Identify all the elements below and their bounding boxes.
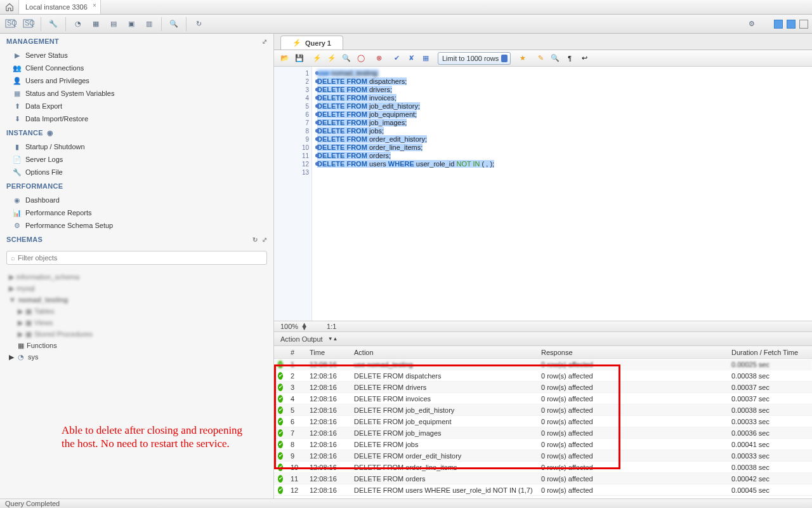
output-dropdown[interactable]: Action Output (280, 335, 323, 343)
nav-item[interactable]: 🔧Options File (0, 166, 273, 178)
panel-toggle-left[interactable] (774, 20, 783, 29)
output-row[interactable]: ✔ 1212:08:16 DELETE FROM users WHERE use… (274, 485, 812, 496)
annotation-text: Able to delete after closing and reopeni… (62, 424, 252, 451)
schema-child[interactable]: ▶▦Tables (0, 305, 273, 317)
nav-item[interactable]: ▦Status and System Variables (0, 87, 273, 100)
nav-item[interactable]: ▮Startup / Shutdown (0, 140, 273, 153)
schema-filter[interactable]: ⌕ (6, 251, 267, 265)
svg-text:SQL: SQL (7, 19, 16, 27)
editor-toolbar: 📂 💾 ⚡ ⚡ 🔍 ◯ ⊗ ✔ ✘ ▦ Limit to 1000 rows ★… (274, 50, 812, 67)
status-text: Query Completed (5, 500, 60, 507)
autocommit-icon[interactable]: ✔ (391, 53, 402, 64)
inspector-icon[interactable]: 🔧 (46, 17, 60, 31)
nav-item[interactable]: ◉Dashboard (0, 194, 273, 206)
output-row[interactable]: ✔ 312:08:16 DELETE FROM drivers0 row(s) … (274, 382, 812, 393)
status-ok-icon: ✔ (278, 486, 283, 494)
nav-icon: 🔧 (13, 168, 22, 177)
schema-child[interactable]: ▶▦Stored Procedures (0, 328, 273, 340)
output-row[interactable]: ✔ 212:08:16 DELETE FROM dispatchers0 row… (274, 370, 812, 382)
nav-item[interactable]: 📊Performance Reports (0, 206, 273, 219)
wrap-icon[interactable]: ↩ (579, 53, 590, 64)
schema-db[interactable]: ▶information_schema (0, 271, 273, 283)
nav-item[interactable]: ⬇Data Import/Restore (0, 112, 273, 125)
svg-text:SQL: SQL (25, 19, 34, 27)
beautify-icon[interactable]: ✎ (535, 53, 546, 64)
schema-db[interactable]: ▼nomad_testing (0, 294, 273, 305)
status-ok-icon: ✔ (278, 406, 283, 414)
settings-icon[interactable]: ⚙ (745, 17, 759, 31)
nav-item[interactable]: 👤Users and Privileges (0, 74, 273, 87)
schema-db[interactable]: ▶mysql (0, 283, 273, 294)
procedure-icon[interactable]: ▣ (124, 17, 138, 31)
open-file-icon[interactable]: 📂 (279, 53, 291, 64)
output-row[interactable]: ✔ 112:08:16 use nomad_testing0 row(s) af… (274, 359, 812, 370)
status-ok-icon: ✔ (278, 441, 283, 448)
sql-file-plus-icon[interactable]: SQL (22, 17, 36, 31)
action-output-table[interactable]: # Time Action Response Duration / Fetch … (274, 346, 812, 498)
nav-item[interactable]: ⬆Data Export (0, 100, 273, 112)
db-icon: ◔ (16, 352, 25, 361)
nav-icon: ▶ (13, 51, 22, 60)
panel-toggle-bottom[interactable] (787, 20, 796, 29)
schema-functions[interactable]: ▦Functions (0, 340, 273, 351)
nav-item[interactable]: ⚙Performance Schema Setup (0, 219, 273, 232)
sql-file-icon[interactable]: SQL (4, 17, 18, 31)
navigator-sidebar: MANAGEMENT⤢ ▶Server Status👥Client Connec… (0, 34, 274, 498)
reconnect-icon[interactable]: ↻ (192, 17, 206, 31)
action-output-header: Action Output ▼▲ (274, 332, 812, 346)
home-icon[interactable] (0, 0, 19, 14)
nav-icon: ⬇ (13, 114, 22, 123)
sql-editor[interactable]: 12345678910111213 use nomad_testing;DELE… (274, 67, 812, 321)
status-ok-icon: ✔ (278, 384, 283, 391)
output-row[interactable]: ✔ 512:08:16 DELETE FROM job_edit_history… (274, 404, 812, 416)
db-create-icon[interactable]: ◔ (71, 17, 85, 31)
favorite-icon[interactable]: ★ (517, 53, 528, 64)
nav-icon: 📊 (13, 208, 22, 217)
query-tab-1[interactable]: ⚡ Query 1 (280, 36, 343, 50)
output-row[interactable]: ✔ 612:08:16 DELETE FROM job_equipment0 r… (274, 416, 812, 427)
nav-icon: ◉ (13, 196, 22, 204)
connection-tab[interactable]: Local instance 3306 × (19, 0, 101, 14)
schema-child[interactable]: ▶▦Views (0, 317, 273, 328)
nav-icon: ▮ (13, 142, 22, 151)
output-row[interactable]: ✔ 1112:08:16 DELETE FROM orders0 row(s) … (274, 473, 812, 485)
schema-filter-input[interactable] (18, 254, 263, 262)
output-row[interactable]: ✔ 1012:08:16 DELETE FROM order_line_item… (274, 462, 812, 473)
instance-icon: ◉ (46, 128, 55, 137)
status-bar: Query Completed (0, 498, 812, 508)
output-row[interactable]: ✔ 812:08:16 DELETE FROM jobs0 row(s) aff… (274, 439, 812, 450)
nav-item[interactable]: ▶Server Status (0, 49, 273, 62)
save-file-icon[interactable]: 💾 (294, 53, 305, 64)
nav-icon: 👥 (13, 64, 22, 72)
lightning-icon: ⚡ (292, 39, 301, 47)
execute-cursor-icon[interactable]: ⚡ (326, 53, 337, 64)
schema-sys[interactable]: ▶◔sys (0, 351, 273, 363)
table-icon[interactable]: ▦ (89, 17, 103, 31)
panel-toggle-right[interactable] (799, 20, 808, 29)
nav-icon: 📄 (13, 155, 22, 164)
row-limit-select[interactable]: Limit to 1000 rows (438, 52, 511, 65)
transaction-icon[interactable]: ▦ (420, 53, 431, 64)
invisible-chars-icon[interactable]: ¶ (564, 53, 575, 64)
rollback-icon[interactable]: ✘ (405, 53, 417, 64)
search-table-icon[interactable]: 🔍 (167, 17, 181, 31)
nav-item[interactable]: 👥Client Connections (0, 62, 273, 74)
explain-icon[interactable]: 🔍 (341, 53, 352, 64)
nav-icon: ⬆ (13, 102, 22, 110)
output-columns: # Time Action Response Duration / Fetch … (274, 346, 812, 359)
output-row[interactable]: ✔ 912:08:16 DELETE FROM order_edit_histo… (274, 450, 812, 462)
output-row[interactable]: ✔ 412:08:16 DELETE FROM invoices0 row(s)… (274, 393, 812, 404)
function-icon[interactable]: ▥ (142, 17, 156, 31)
zoom-stepper[interactable]: 100% ▲▼ (280, 323, 308, 330)
nav-item[interactable]: 📄Server Logs (0, 153, 273, 166)
find-icon[interactable]: 🔍 (549, 53, 561, 64)
nav-icon: 👤 (13, 76, 22, 85)
output-row[interactable]: ✔ 712:08:16 DELETE FROM job_images0 row(… (274, 427, 812, 439)
view-icon[interactable]: ▤ (107, 17, 121, 31)
stop-icon[interactable]: ◯ (355, 53, 367, 64)
commit-toggle-icon[interactable]: ⊗ (373, 53, 384, 64)
status-ok-icon: ✔ (278, 429, 283, 437)
execute-icon[interactable]: ⚡ (311, 53, 323, 64)
status-ok-icon: ✔ (278, 464, 283, 471)
close-icon[interactable]: × (93, 2, 96, 9)
